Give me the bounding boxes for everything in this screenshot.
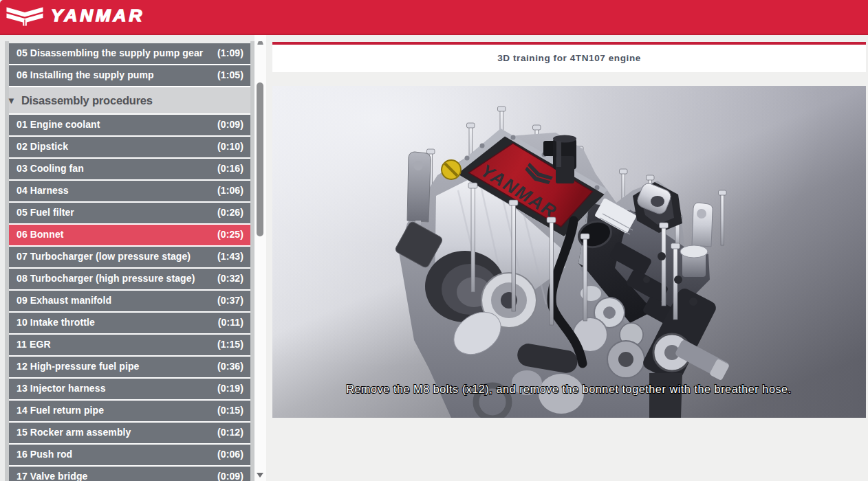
svg-text:Remove the M8 bolts (x12), and: Remove the M8 bolts (x12), and remove th… (346, 383, 791, 395)
